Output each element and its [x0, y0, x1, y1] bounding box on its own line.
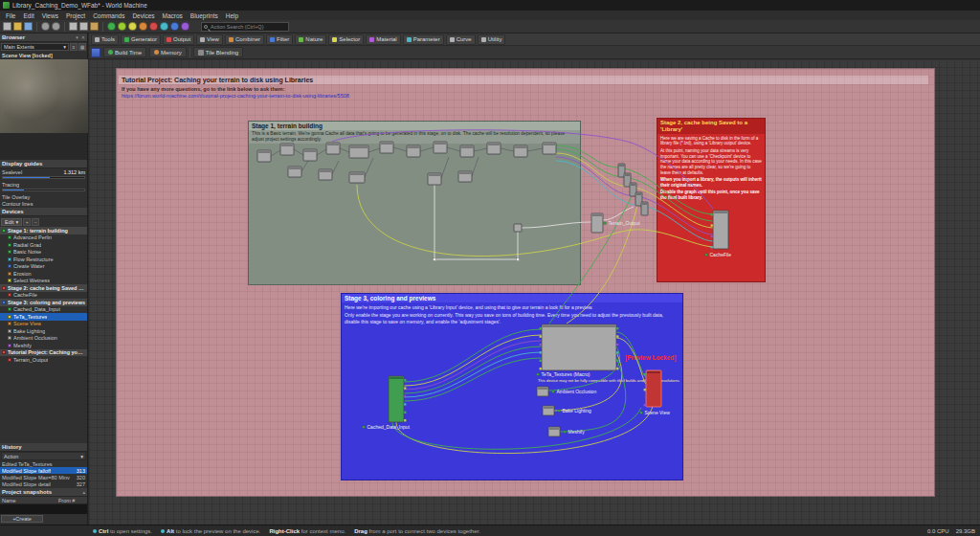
group-stage2[interactable]: Stage 2, cache being Saved to a 'Library…: [657, 118, 766, 282]
group-stage3[interactable]: Stage 3, coloring and previews Here we'r…: [341, 293, 683, 480]
device-tree-item[interactable]: Scene View: [0, 321, 87, 328]
device-tree-item[interactable]: Meshify: [0, 342, 87, 349]
titlebar[interactable]: Library_Caching_Demo_WFab* - World Machi…: [0, 0, 980, 11]
action-search-input[interactable]: Action Search (Ctrl+Q): [201, 22, 289, 32]
remove-device-button[interactable]: −: [32, 218, 39, 226]
group-stage1[interactable]: Stage 1, terrain building This is a Basi…: [248, 121, 581, 285]
paste-icon[interactable]: [90, 22, 99, 31]
history-panel-header[interactable]: History: [0, 443, 87, 452]
wire[interactable]: [603, 207, 634, 220]
copy-icon[interactable]: [79, 22, 88, 31]
menu-edit[interactable]: Edit: [19, 12, 37, 19]
device-filter-icon[interactable]: [128, 22, 137, 31]
note-link[interactable]: https://forum.world-machine.com/t/tutori…: [119, 93, 928, 99]
device-tree-item[interactable]: Cached_Data_Input: [0, 306, 87, 314]
open-file-icon[interactable]: [13, 22, 22, 31]
history-action-row[interactable]: Action ▾: [1, 452, 86, 460]
device-nature-icon[interactable]: [149, 22, 158, 31]
devices-panel-header[interactable]: Devices: [0, 208, 87, 216]
history-row[interactable]: Modified Slope detail327: [0, 480, 87, 487]
workview-background[interactable]: Tutorial Project: Caching your terrain t…: [89, 59, 980, 525]
browser-panel-header[interactable]: Browser ▾ ✕: [0, 34, 87, 42]
close-icon[interactable]: ✕: [81, 34, 85, 40]
device-material-icon[interactable]: [170, 22, 179, 31]
ribbon-tab-selector[interactable]: Selector: [328, 34, 364, 45]
memory-button[interactable]: Memory: [149, 47, 187, 57]
device-tree-item[interactable]: Basic Noise: [0, 249, 87, 257]
menu-help[interactable]: Help: [222, 12, 242, 19]
device-selector-icon[interactable]: [160, 22, 168, 31]
snapshots-panel-header[interactable]: Project snapshots ▴: [0, 488, 87, 497]
snapshots-list[interactable]: [0, 504, 87, 514]
chevron-down-icon[interactable]: ▾: [76, 34, 78, 40]
device-tree-item[interactable]: TeTa_Textures: [0, 313, 87, 321]
history-row[interactable]: Modified Slope Max=80 Minv320: [0, 474, 87, 480]
history-row[interactable]: Edited TeTa_Textures: [0, 460, 87, 467]
menu-macros[interactable]: Macros: [159, 12, 187, 19]
menu-views[interactable]: Views: [38, 12, 62, 19]
device-tree-item[interactable]: Ambient Occlusion: [0, 335, 87, 343]
cut-icon[interactable]: [69, 22, 78, 31]
device-node[interactable]: [618, 164, 625, 177]
ribbon-tab-output[interactable]: Output: [163, 34, 194, 45]
device-tree-item[interactable]: Select Wetness: [0, 278, 87, 285]
redo-icon[interactable]: [52, 22, 60, 31]
device-tree-item[interactable]: Create Water: [0, 263, 87, 271]
device-generator-icon[interactable]: [107, 22, 116, 31]
device-node[interactable]: [635, 192, 642, 206]
layout-view-canvas[interactable]: Tutorial Project: Caching your terrain t…: [116, 68, 935, 497]
device-tree-group[interactable]: Stage 3: coloring and previews: [0, 299, 87, 306]
add-device-button[interactable]: +: [23, 218, 31, 226]
save-icon[interactable]: [24, 22, 33, 31]
contour-lines-row[interactable]: Contour lines: [2, 200, 85, 207]
undo-icon[interactable]: [41, 22, 50, 31]
device-enabled-icon[interactable]: [604, 222, 607, 225]
ribbon-tab-filter[interactable]: Filter: [266, 34, 293, 45]
device-node[interactable]: [591, 213, 603, 233]
device-tree-item[interactable]: Flow Restructure: [0, 256, 87, 263]
sealevel-slider[interactable]: [2, 176, 85, 179]
device-tree-group[interactable]: Tutorial Project: Caching your terrain t…: [0, 349, 87, 357]
device-tree-item[interactable]: Terrain_Output: [0, 356, 87, 364]
create-snapshot-button[interactable]: +Create: [1, 515, 43, 523]
menu-project[interactable]: Project: [62, 12, 89, 19]
ribbon-tab-combiner[interactable]: Combiner: [225, 34, 264, 45]
ribbon-tab-generator[interactable]: Generator: [121, 34, 161, 45]
tracing-slider[interactable]: [2, 189, 85, 191]
new-file-icon[interactable]: [3, 22, 11, 31]
device-tree-group[interactable]: Stage 2: cache being Saved to a 'Library…: [0, 284, 87, 292]
tile-overlay-row[interactable]: Tile Overlay: [2, 193, 85, 200]
extents-grid-button[interactable]: ▦: [78, 43, 86, 51]
ribbon-tab-view[interactable]: View: [196, 34, 223, 45]
device-node[interactable]: [641, 202, 648, 215]
device-tree-group[interactable]: Stage 1: terrain building: [0, 227, 87, 234]
menu-commands[interactable]: Commands: [89, 12, 128, 19]
menu-devices[interactable]: Devices: [128, 12, 158, 19]
device-tree-item[interactable]: CacheFile: [0, 292, 87, 300]
device-node[interactable]: [624, 173, 631, 187]
ribbon-tab-utility[interactable]: Utility: [478, 34, 506, 45]
ribbon-tab-tools[interactable]: Tools: [91, 34, 119, 45]
ribbon-tab-curve[interactable]: Curve: [446, 34, 476, 45]
ribbon-tab-parameter[interactable]: Parameter: [403, 34, 444, 45]
device-tree-item[interactable]: Radial Grad: [0, 241, 87, 249]
device-tree-item[interactable]: Bake Lighting: [0, 327, 87, 335]
device-parameter-icon[interactable]: [181, 22, 189, 31]
device-tree-item[interactable]: Erosion: [0, 270, 87, 278]
build-time-button[interactable]: Build Time: [103, 47, 146, 57]
tile-blending-button[interactable]: Tile Blending: [193, 47, 243, 57]
layout-view-icon[interactable]: [91, 48, 100, 57]
menu-blueprints[interactable]: Blueprints: [187, 12, 222, 19]
device-output-icon[interactable]: [118, 22, 126, 31]
ribbon-tab-nature[interactable]: Nature: [295, 34, 326, 45]
menu-file[interactable]: File: [2, 12, 19, 19]
extents-menu-button[interactable]: ≡: [70, 43, 78, 51]
device-combiner-icon[interactable]: [139, 22, 147, 31]
device-node[interactable]: [630, 183, 636, 196]
history-row[interactable]: Modified Slope falloff313: [0, 467, 87, 474]
device-tree-item[interactable]: Advanced Perlin: [0, 234, 87, 242]
display-guides-header[interactable]: Display guides: [0, 160, 87, 168]
terrain-preview-thumbnail[interactable]: [0, 59, 88, 133]
extents-select[interactable]: Main Extents ▾: [1, 43, 69, 51]
edit-button[interactable]: Edit ▾: [1, 218, 22, 226]
